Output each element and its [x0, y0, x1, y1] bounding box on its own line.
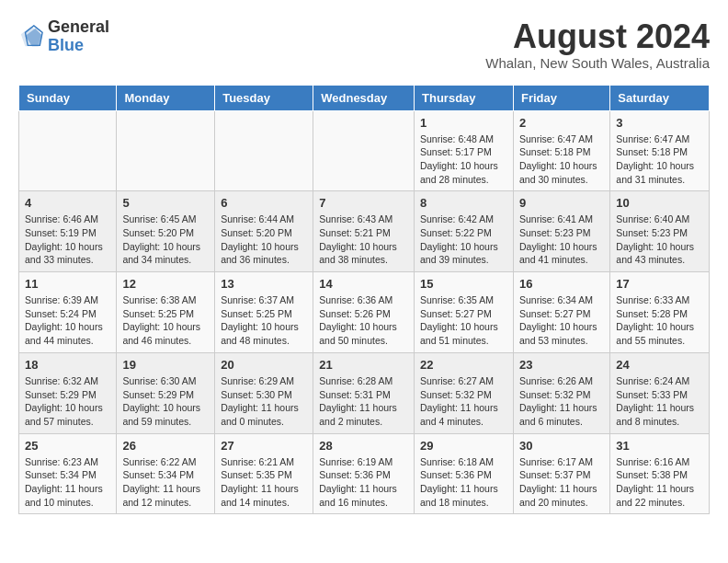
weekday-header-wednesday: Wednesday [313, 85, 415, 110]
weekday-header-thursday: Thursday [415, 85, 514, 110]
day-number: 18 [25, 358, 110, 372]
weekday-header-saturday: Saturday [610, 85, 710, 110]
calendar-cell: 23Sunrise: 6:26 AM Sunset: 5:32 PM Dayli… [513, 352, 609, 433]
logo-text: General Blue [48, 18, 109, 55]
day-number: 14 [319, 277, 408, 291]
calendar-cell: 29Sunrise: 6:18 AM Sunset: 5:36 PM Dayli… [415, 433, 514, 514]
cell-content: Sunrise: 6:17 AM Sunset: 5:37 PM Dayligh… [519, 455, 604, 510]
cell-content: Sunrise: 6:16 AM Sunset: 5:38 PM Dayligh… [616, 455, 703, 510]
cell-content: Sunrise: 6:34 AM Sunset: 5:27 PM Dayligh… [519, 293, 604, 348]
day-number: 7 [319, 196, 408, 210]
calendar-cell: 2Sunrise: 6:47 AM Sunset: 5:18 PM Daylig… [513, 110, 609, 191]
weekday-header-monday: Monday [117, 85, 215, 110]
calendar-cell: 31Sunrise: 6:16 AM Sunset: 5:38 PM Dayli… [610, 433, 710, 514]
day-number: 4 [25, 196, 110, 210]
calendar-week-row: 1Sunrise: 6:48 AM Sunset: 5:17 PM Daylig… [19, 110, 710, 191]
day-number: 30 [519, 439, 604, 453]
weekday-header-row: SundayMondayTuesdayWednesdayThursdayFrid… [19, 85, 710, 110]
calendar-cell: 21Sunrise: 6:28 AM Sunset: 5:31 PM Dayli… [313, 352, 415, 433]
day-number: 10 [616, 196, 703, 210]
cell-content: Sunrise: 6:35 AM Sunset: 5:27 PM Dayligh… [420, 293, 507, 348]
day-number: 27 [221, 439, 307, 453]
cell-content: Sunrise: 6:47 AM Sunset: 5:18 PM Dayligh… [616, 132, 703, 187]
cell-content: Sunrise: 6:44 AM Sunset: 5:20 PM Dayligh… [221, 213, 307, 267]
calendar-cell: 18Sunrise: 6:32 AM Sunset: 5:29 PM Dayli… [19, 352, 117, 433]
calendar-cell: 26Sunrise: 6:22 AM Sunset: 5:34 PM Dayli… [117, 433, 215, 514]
day-number: 2 [519, 116, 604, 130]
logo-blue: Blue [48, 37, 109, 55]
day-number: 20 [221, 358, 307, 372]
calendar-cell: 8Sunrise: 6:42 AM Sunset: 5:22 PM Daylig… [415, 191, 514, 272]
cell-content: Sunrise: 6:19 AM Sunset: 5:36 PM Dayligh… [319, 455, 408, 510]
day-number: 13 [221, 277, 307, 291]
calendar-week-row: 11Sunrise: 6:39 AM Sunset: 5:24 PM Dayli… [19, 272, 710, 353]
day-number: 12 [122, 277, 209, 291]
calendar-cell: 5Sunrise: 6:45 AM Sunset: 5:20 PM Daylig… [117, 191, 215, 272]
cell-content: Sunrise: 6:41 AM Sunset: 5:23 PM Dayligh… [519, 213, 604, 267]
cell-content: Sunrise: 6:28 AM Sunset: 5:31 PM Dayligh… [319, 374, 408, 429]
day-number: 25 [25, 439, 110, 453]
calendar-cell [117, 110, 215, 191]
cell-content: Sunrise: 6:26 AM Sunset: 5:32 PM Dayligh… [519, 374, 604, 429]
day-number: 8 [420, 196, 507, 210]
calendar-cell: 7Sunrise: 6:43 AM Sunset: 5:21 PM Daylig… [313, 191, 415, 272]
calendar-cell: 11Sunrise: 6:39 AM Sunset: 5:24 PM Dayli… [19, 272, 117, 353]
cell-content: Sunrise: 6:46 AM Sunset: 5:19 PM Dayligh… [25, 213, 110, 267]
logo: General Blue [18, 18, 109, 55]
day-number: 28 [319, 439, 408, 453]
weekday-header-friday: Friday [513, 85, 609, 110]
day-number: 5 [122, 196, 209, 210]
cell-content: Sunrise: 6:47 AM Sunset: 5:18 PM Dayligh… [519, 132, 604, 187]
cell-content: Sunrise: 6:39 AM Sunset: 5:24 PM Dayligh… [25, 293, 110, 348]
day-number: 15 [420, 277, 507, 291]
calendar-cell: 1Sunrise: 6:48 AM Sunset: 5:17 PM Daylig… [415, 110, 514, 191]
calendar-week-row: 4Sunrise: 6:46 AM Sunset: 5:19 PM Daylig… [19, 191, 710, 272]
day-number: 23 [519, 358, 604, 372]
calendar-cell: 3Sunrise: 6:47 AM Sunset: 5:18 PM Daylig… [610, 110, 710, 191]
day-number: 16 [519, 277, 604, 291]
calendar-cell: 22Sunrise: 6:27 AM Sunset: 5:32 PM Dayli… [415, 352, 514, 433]
day-number: 24 [616, 358, 703, 372]
calendar-cell [313, 110, 415, 191]
cell-content: Sunrise: 6:43 AM Sunset: 5:21 PM Dayligh… [319, 213, 408, 267]
cell-content: Sunrise: 6:21 AM Sunset: 5:35 PM Dayligh… [221, 455, 307, 510]
day-number: 17 [616, 277, 703, 291]
calendar-cell: 25Sunrise: 6:23 AM Sunset: 5:34 PM Dayli… [19, 433, 117, 514]
cell-content: Sunrise: 6:18 AM Sunset: 5:36 PM Dayligh… [420, 455, 507, 510]
cell-content: Sunrise: 6:42 AM Sunset: 5:22 PM Dayligh… [420, 213, 507, 267]
cell-content: Sunrise: 6:30 AM Sunset: 5:29 PM Dayligh… [122, 374, 209, 429]
calendar-cell: 24Sunrise: 6:24 AM Sunset: 5:33 PM Dayli… [610, 352, 710, 433]
calendar-cell: 14Sunrise: 6:36 AM Sunset: 5:26 PM Dayli… [313, 272, 415, 353]
calendar-cell: 27Sunrise: 6:21 AM Sunset: 5:35 PM Dayli… [215, 433, 313, 514]
day-number: 22 [420, 358, 507, 372]
calendar-cell: 10Sunrise: 6:40 AM Sunset: 5:23 PM Dayli… [610, 191, 710, 272]
cell-content: Sunrise: 6:32 AM Sunset: 5:29 PM Dayligh… [25, 374, 110, 429]
calendar-cell [215, 110, 313, 191]
calendar-cell: 13Sunrise: 6:37 AM Sunset: 5:25 PM Dayli… [215, 272, 313, 353]
calendar-week-row: 18Sunrise: 6:32 AM Sunset: 5:29 PM Dayli… [19, 352, 710, 433]
cell-content: Sunrise: 6:24 AM Sunset: 5:33 PM Dayligh… [616, 374, 703, 429]
cell-content: Sunrise: 6:22 AM Sunset: 5:34 PM Dayligh… [122, 455, 209, 510]
calendar-cell: 19Sunrise: 6:30 AM Sunset: 5:29 PM Dayli… [117, 352, 215, 433]
calendar-cell: 20Sunrise: 6:29 AM Sunset: 5:30 PM Dayli… [215, 352, 313, 433]
calendar-cell: 15Sunrise: 6:35 AM Sunset: 5:27 PM Dayli… [415, 272, 514, 353]
calendar-table: SundayMondayTuesdayWednesdayThursdayFrid… [18, 85, 710, 515]
calendar-cell [19, 110, 117, 191]
calendar-cell: 30Sunrise: 6:17 AM Sunset: 5:37 PM Dayli… [513, 433, 609, 514]
calendar-cell: 6Sunrise: 6:44 AM Sunset: 5:20 PM Daylig… [215, 191, 313, 272]
logo-general: General [48, 18, 109, 37]
day-number: 31 [616, 439, 703, 453]
location-subtitle: Whalan, New South Wales, Australia [485, 55, 710, 71]
cell-content: Sunrise: 6:33 AM Sunset: 5:28 PM Dayligh… [616, 293, 703, 348]
month-year-title: August 2024 [485, 18, 710, 55]
day-number: 1 [420, 116, 507, 130]
calendar-cell: 16Sunrise: 6:34 AM Sunset: 5:27 PM Dayli… [513, 272, 609, 353]
cell-content: Sunrise: 6:29 AM Sunset: 5:30 PM Dayligh… [221, 374, 307, 429]
cell-content: Sunrise: 6:48 AM Sunset: 5:17 PM Dayligh… [420, 132, 507, 187]
logo-icon [18, 24, 44, 50]
calendar-cell: 9Sunrise: 6:41 AM Sunset: 5:23 PM Daylig… [513, 191, 609, 272]
cell-content: Sunrise: 6:40 AM Sunset: 5:23 PM Dayligh… [616, 213, 703, 267]
calendar-cell: 17Sunrise: 6:33 AM Sunset: 5:28 PM Dayli… [610, 272, 710, 353]
cell-content: Sunrise: 6:45 AM Sunset: 5:20 PM Dayligh… [122, 213, 209, 267]
day-number: 6 [221, 196, 307, 210]
